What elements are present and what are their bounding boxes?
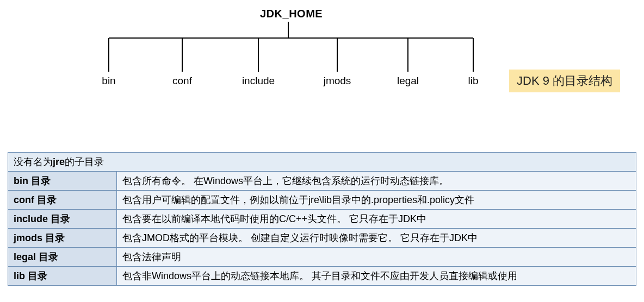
dir-desc-cell: 包含法律声明 [117,248,636,267]
dir-name-cell: bin 目录 [8,172,117,191]
table-header-text: 没有名为jre的子目录 [14,156,104,167]
tree-connector-lines [98,22,495,76]
dir-desc-cell: 包含用户可编辑的配置文件，例如以前位于jre\lib目录中的.propertie… [117,191,636,210]
tree-root-label: JDK_HOME [260,8,323,20]
table-row: jmods 目录 包含JMOD格式的平台模块。 创建自定义运行时映像时需要它。 … [8,229,636,248]
dir-name-cell: conf 目录 [8,191,117,210]
table-row: conf 目录 包含用户可编辑的配置文件，例如以前位于jre\lib目录中的.p… [8,191,636,210]
directory-table: 没有名为jre的子目录 bin 目录 包含所有命令。 在Windows平台上，它… [8,152,636,286]
dir-desc-cell: 包含JMOD格式的平台模块。 创建自定义运行时映像时需要它。 它只存在于JDK中 [117,229,636,248]
diagram-title: JDK 9 的目录结构 [509,70,620,92]
dir-name-cell: lib 目录 [8,267,117,286]
dir-desc-cell: 包含非Windows平台上的动态链接本地库。 其子目录和文件不应由开发人员直接编… [117,267,636,286]
table-row: bin 目录 包含所有命令。 在Windows平台上，它继续包含系统的运行时动态… [8,172,636,191]
dir-name-cell: include 目录 [8,210,117,229]
dir-name-cell: legal 目录 [8,248,117,267]
dir-desc-cell: 包含所有命令。 在Windows平台上，它继续包含系统的运行时动态链接库。 [117,172,636,191]
tree-leaf-include: include [242,75,275,87]
dir-desc-cell: 包含要在以前编译本地代码时使用的C/C++头文件。 它只存在于JDK中 [117,210,636,229]
tree-leaf-legal: legal [397,75,419,87]
table-header-row: 没有名为jre的子目录 [8,153,636,172]
dir-name-cell: jmods 目录 [8,229,117,248]
table-row: legal 目录 包含法律声明 [8,248,636,267]
table-row: lib 目录 包含非Windows平台上的动态链接本地库。 其子目录和文件不应由… [8,267,636,286]
table-header-cell: 没有名为jre的子目录 [8,153,636,172]
tree-leaf-bin: bin [102,75,115,87]
tree-leaf-lib: lib [468,75,478,87]
table-row: include 目录 包含要在以前编译本地代码时使用的C/C++头文件。 它只存… [8,210,636,229]
tree-leaf-jmods: jmods [324,75,351,87]
tree-leaf-conf: conf [172,75,192,87]
